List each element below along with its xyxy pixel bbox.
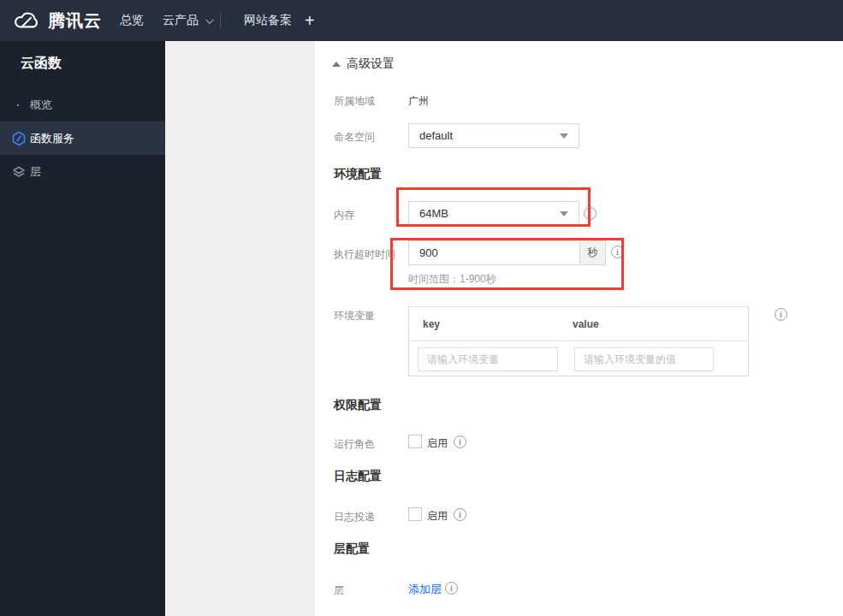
env-vars-table-header: key value [409, 307, 748, 341]
tencent-cloud-console: 腾讯云 总览 云产品 网站备案 + 云函数 概览 [0, 0, 843, 616]
top-navbar: 腾讯云 总览 云产品 网站备案 + [0, 0, 843, 41]
timeout-label: 执行超时时间 [334, 247, 395, 262]
chevron-down-icon [205, 15, 214, 24]
overview-grid-icon [11, 98, 27, 113]
env-value-header: value [573, 318, 599, 330]
sidebar-item-overview[interactable]: 概览 [0, 88, 165, 121]
nav-item-icp[interactable]: 网站备案 [244, 0, 292, 41]
namespace-selected-value: default [419, 129, 560, 142]
brand-name: 腾讯云 [48, 9, 102, 33]
timeout-unit-addon: 秒 [579, 241, 605, 264]
namespace-select[interactable]: default [408, 123, 579, 148]
env-vars-info-icon[interactable] [775, 308, 787, 321]
timeout-input-group: 秒 [408, 240, 606, 265]
memory-info-icon[interactable] [584, 207, 597, 220]
log-delivery-label: 日志投递 [334, 510, 375, 524]
section-log-config: 日志配置 [334, 469, 382, 484]
caret-down-icon [560, 133, 568, 139]
add-layer-link[interactable]: 添加层 [408, 582, 442, 597]
section-layer-config: 层配置 [334, 542, 370, 557]
env-vars-label: 环境变量 [334, 309, 375, 323]
memory-selected-value: 64MB [419, 207, 560, 220]
nav-item-label: 网站备案 [244, 13, 292, 28]
run-role-info-icon[interactable] [454, 435, 466, 448]
advanced-settings-label: 高级设置 [347, 56, 395, 72]
sidebar-item-label: 概览 [30, 98, 52, 113]
run-role-checkbox[interactable] [408, 435, 422, 448]
cloud-logo-icon [12, 10, 41, 31]
layer-label: 层 [334, 583, 344, 598]
secondary-panel [165, 41, 315, 616]
nav-item-products[interactable]: 云产品 [163, 0, 211, 41]
add-tab-button[interactable]: + [305, 0, 315, 41]
nav-divider [220, 12, 221, 29]
nav-item-label: 总览 [120, 13, 144, 28]
section-env-config: 环境配置 [334, 167, 382, 182]
log-delivery-info-icon[interactable] [454, 508, 466, 521]
env-key-header: key [423, 318, 440, 330]
caret-down-icon [560, 211, 568, 216]
region-label: 所属地域 [334, 94, 375, 109]
sidebar-item-label: 函数服务 [30, 131, 74, 146]
sidebar-item-label: 层 [30, 164, 41, 180]
namespace-label: 命名空间 [334, 130, 375, 145]
sidebar-title: 云函数 [21, 55, 62, 73]
timeout-input[interactable] [409, 241, 579, 264]
env-value-input[interactable] [574, 347, 714, 371]
add-layer-info-icon[interactable] [445, 582, 458, 595]
region-value: 广州 [408, 94, 429, 109]
brand-logo[interactable]: 腾讯云 [12, 0, 102, 41]
function-service-icon [11, 131, 27, 146]
nav-item-overview[interactable]: 总览 [120, 0, 144, 41]
section-permission-config: 权限配置 [334, 398, 382, 413]
run-role-label: 运行角色 [334, 437, 375, 452]
sidebar: 云函数 概览 函数服务 层 [0, 41, 165, 616]
advanced-settings-toggle[interactable]: 高级设置 [332, 56, 395, 72]
main-content: 高级设置 所属地域 广州 命名空间 default 环境配置 内存 64MB 执… [315, 41, 843, 616]
collapse-arrow-icon [332, 62, 341, 67]
timeout-info-icon[interactable] [611, 246, 624, 258]
layers-icon [11, 164, 27, 180]
sidebar-item-layers[interactable]: 层 [0, 155, 165, 188]
sidebar-item-function-service[interactable]: 函数服务 [0, 121, 165, 155]
log-delivery-checkbox[interactable] [408, 507, 422, 521]
env-vars-table: key value [408, 306, 749, 376]
memory-select[interactable]: 64MB [408, 201, 579, 226]
timeout-hint: 时间范围：1-900秒 [408, 272, 496, 287]
log-delivery-enable-label: 启用 [427, 509, 448, 524]
nav-item-label: 云产品 [163, 13, 199, 28]
memory-label: 内存 [334, 208, 354, 222]
run-role-enable-label: 启用 [427, 436, 448, 451]
env-key-input[interactable] [418, 347, 558, 371]
